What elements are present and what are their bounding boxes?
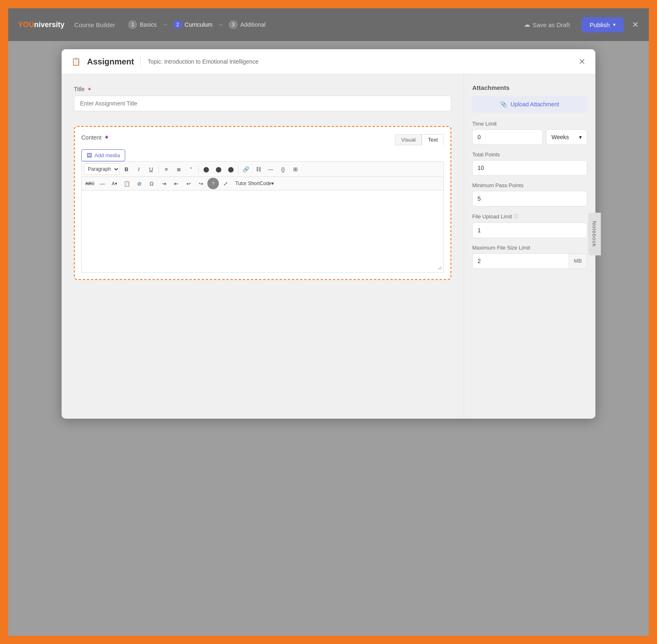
bullet-list-button[interactable]: ≡ <box>161 163 172 175</box>
editor-toolbar-row2: ABC — A▾ 📋 ⊘ Ω ⇥ ⇤ ↩ ↪ ? ⤢ <box>81 177 444 190</box>
paperclip-icon: 📎 <box>500 101 507 108</box>
unlink-button[interactable]: ⛓ <box>253 163 264 175</box>
assignment-icon: 📋 <box>71 57 80 66</box>
media-icon: 🖼 <box>87 152 92 158</box>
content-field-label: Content <box>81 134 101 141</box>
right-panel: Attachments 📎 Upload Attachment Time Lim… <box>464 74 595 419</box>
title-label: Title ✦ <box>74 86 451 92</box>
clear-format-button[interactable]: ⊘ <box>133 178 145 189</box>
align-right-button[interactable]: ⬤ <box>225 163 237 175</box>
total-points-label: Total Points <box>472 151 587 158</box>
title-field-label: Title <box>74 86 85 92</box>
total-points-input[interactable] <box>472 160 587 176</box>
link-button[interactable]: 🔗 <box>240 163 252 175</box>
content-section: Content ✦ Visual Text 🖼 Add media <box>74 126 451 280</box>
align-left-button[interactable]: ⬤ <box>200 163 212 175</box>
time-limit-group: Time Limit Weeks ▾ <box>472 121 587 145</box>
visual-tab[interactable]: Visual <box>395 134 422 145</box>
max-file-size-group: Maximum File Size Limit MB <box>472 245 587 269</box>
nav-close-button[interactable]: ✕ <box>632 20 639 30</box>
modal-title: Assignment <box>87 57 134 66</box>
time-limit-label: Time Limit <box>472 121 587 127</box>
save-draft-label: Save as Draft <box>533 21 570 28</box>
left-panel: Title ✦ Content ✦ <box>62 74 464 419</box>
table-button[interactable]: ⊞ <box>289 163 301 175</box>
modal-body: Title ✦ Content ✦ <box>62 74 595 419</box>
modal-close-button[interactable]: ✕ <box>579 57 586 66</box>
step-1-num: 1 <box>128 20 137 29</box>
step-2[interactable]: 2 Curriculum <box>173 20 213 29</box>
mb-input-row: MB <box>472 253 587 269</box>
underline-button[interactable]: U <box>145 163 157 175</box>
code-button[interactable]: {} <box>277 163 289 175</box>
nav-steps: 1 Basics → 2 Curriculum → 3 Additional <box>122 20 511 29</box>
save-draft-button[interactable]: ☁ Save as Draft <box>517 18 577 32</box>
blockquote-button[interactable]: " <box>185 163 197 175</box>
brand-part2: niversity <box>34 21 64 29</box>
font-color-button[interactable]: A▾ <box>109 178 120 189</box>
brand-part1: YOU <box>18 21 34 29</box>
hr-button[interactable]: — <box>265 163 276 175</box>
paragraph-select[interactable]: Paragraph <box>84 163 120 175</box>
publish-button[interactable]: Publish ▾ <box>581 17 624 32</box>
content-toolbar-row: Content ✦ Visual Text <box>81 133 444 146</box>
italic-button[interactable]: I <box>133 163 145 175</box>
weeks-chevron-icon: ▾ <box>579 134 582 140</box>
notebook-tab[interactable]: Notebook <box>588 213 601 255</box>
omega-button[interactable]: Ω <box>146 178 157 189</box>
title-input[interactable] <box>74 96 451 111</box>
editor-toolbar-row1: Paragraph B I U ≡ ≣ " ⬤ ⬤ ⬤ <box>81 161 444 177</box>
weeks-select[interactable]: Weeks ▾ <box>546 129 587 145</box>
min-pass-points-label: Minimum Pass Points <box>472 182 587 188</box>
time-limit-input[interactable] <box>472 129 543 145</box>
total-points-group: Total Points <box>472 151 587 176</box>
step-3[interactable]: 3 Additional <box>229 20 266 29</box>
step-3-label: Additional <box>240 21 266 28</box>
content-label: Content ✦ <box>81 133 109 141</box>
time-limit-row: Weeks ▾ <box>472 129 587 145</box>
strikethrough-button[interactable]: ABC <box>84 178 96 189</box>
outdent-button[interactable]: ⇤ <box>170 178 182 189</box>
top-nav: YOUniversity Course Builder 1 Basics → 2… <box>8 8 649 41</box>
step-2-num: 2 <box>173 20 182 29</box>
content-sparkle-icon: ✦ <box>104 133 109 141</box>
brand-logo: YOUniversity <box>18 21 64 29</box>
add-media-button[interactable]: 🖼 Add media <box>81 149 125 161</box>
max-file-size-label: Maximum File Size Limit <box>472 245 587 251</box>
main-area: 📋 Assignment Topic: Introduction to Emot… <box>8 41 649 636</box>
step-2-label: Curriculum <box>185 21 213 28</box>
upload-label: Upload Attachment <box>510 101 559 108</box>
step-3-num: 3 <box>229 20 238 29</box>
editor-content-area[interactable]: ⊿ <box>81 190 444 273</box>
ordered-list-button[interactable]: ≣ <box>173 163 184 175</box>
help-button[interactable]: ? <box>207 178 219 189</box>
min-pass-points-input[interactable] <box>472 191 587 206</box>
separator3 <box>238 165 239 173</box>
arrow3: → <box>217 21 224 28</box>
align-center-button[interactable]: ⬤ <box>213 163 224 175</box>
undo-button[interactable]: ↩ <box>183 178 194 189</box>
shortcode-button[interactable]: Tutor ShortCode ▾ <box>232 178 277 189</box>
chevron-down-icon: ▾ <box>613 22 616 28</box>
arrow2: → <box>162 21 168 28</box>
step-1-label: Basics <box>140 21 156 28</box>
paste-button[interactable]: 📋 <box>121 178 133 189</box>
text-tab[interactable]: Text <box>422 134 444 145</box>
hr2-button[interactable]: — <box>96 178 108 189</box>
upload-attachment-button[interactable]: 📎 Upload Attachment <box>472 96 587 112</box>
resize-handle[interactable]: ⊿ <box>438 265 442 270</box>
sparkle-icon: ✦ <box>87 86 92 92</box>
assignment-modal: 📋 Assignment Topic: Introduction to Emot… <box>62 49 595 419</box>
file-upload-limit-label: File Upload Limit ⓘ <box>472 213 587 220</box>
separator1 <box>159 165 159 173</box>
mb-label: MB <box>569 253 588 269</box>
file-upload-limit-input[interactable] <box>472 222 587 238</box>
title-form-group: Title ✦ <box>74 86 451 119</box>
redo-button[interactable]: ↪ <box>195 178 207 189</box>
step-1[interactable]: 1 Basics <box>128 20 156 29</box>
view-tabs: Visual Text <box>395 134 444 145</box>
max-file-size-input[interactable] <box>472 253 569 269</box>
indent-button[interactable]: ⇥ <box>158 178 170 189</box>
bold-button[interactable]: B <box>121 163 132 175</box>
fullscreen-button[interactable]: ⤢ <box>220 178 231 189</box>
